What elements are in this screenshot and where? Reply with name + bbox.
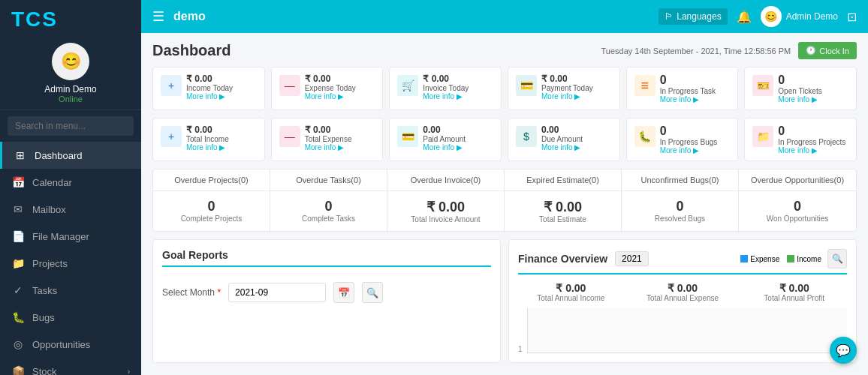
sidebar-item-mailbox[interactable]: ✉ Mailbox (0, 196, 141, 223)
in-progress-projects-icon: 📁 (752, 126, 773, 147)
total-expense-more[interactable]: More info ▶ (305, 143, 352, 152)
overdue-tasks-header: Overdue Tasks(0) (270, 170, 387, 190)
total-expense-amount: ₹ 0.00 (305, 124, 352, 135)
total-invoice-amount: ₹ 0.00 Total Invoice Amount (387, 191, 505, 231)
sidebar-search-container (0, 110, 141, 142)
payment-today-amount: ₹ 0.00 (541, 74, 593, 84)
menu-icon[interactable]: ☰ (152, 8, 164, 25)
clock-btn-label: Clock In (819, 46, 849, 56)
invoice-today-icon: 🛒 (397, 75, 418, 96)
total-expense-label: Total Expense (305, 135, 352, 143)
sidebar-logo: TCS (0, 0, 141, 35)
header-right: Tuesday 14th September - 2021, Time 12:5… (601, 42, 857, 59)
overdue-opportunities-header: Overdue Opportunities(0) (739, 170, 856, 190)
search-input[interactable] (8, 116, 134, 136)
sidebar-item-label: File Manager (32, 231, 89, 242)
select-month-input[interactable] (228, 283, 326, 302)
avatar: 😊 (52, 43, 89, 80)
languages-button[interactable]: 🏳 Languages (659, 8, 727, 25)
sidebar-item-tasks[interactable]: ✓ Tasks (0, 277, 141, 304)
paid-amount-more[interactable]: More info ▶ (423, 143, 466, 152)
in-progress-bugs-icon: 🐛 (634, 126, 656, 147)
income-today-more[interactable]: More info ▶ (186, 92, 233, 100)
in-progress-projects-more[interactable]: More info ▶ (778, 146, 845, 154)
sidebar-item-opportunities[interactable]: ◎ Opportunities (0, 331, 141, 358)
summary-values: 0 Complete Projects 0 Complete Tasks ₹ 0… (153, 191, 856, 231)
chevron-right-icon: › (128, 368, 130, 376)
unconfirmed-bugs-header: Unconfirmed Bugs(0) (622, 170, 739, 190)
sidebar-nav: ⊞ Dashboard 📅 Calendar ✉ Mailbox 📄 File … (0, 142, 141, 375)
expense-today-more[interactable]: More info ▶ (305, 92, 356, 100)
stat-card-total-income: + ₹ 0.00 Total Income More info ▶ (152, 118, 265, 161)
total-annual-profit-value: ₹ 0.00 (741, 282, 847, 294)
sidebar: TCS 😊 Admin Demo Online ⊞ Dashboard 📅 Ca… (0, 0, 141, 375)
summary-row: Overdue Projects(0) Overdue Tasks(0) Ove… (152, 169, 857, 232)
invoice-today-more[interactable]: More info ▶ (423, 92, 469, 100)
paid-amount-value: 0.00 (423, 124, 466, 135)
total-annual-expense-value: ₹ 0.00 (630, 282, 736, 294)
in-progress-task-more[interactable]: More info ▶ (660, 95, 716, 104)
open-tickets-more[interactable]: More info ▶ (778, 95, 821, 104)
expand-icon[interactable]: ⊡ (847, 10, 857, 24)
paid-amount-label: Paid Amount (423, 135, 466, 143)
stat-card-total-expense: — ₹ 0.00 Total Expense More info ▶ (271, 118, 384, 161)
finance-overview-header: Finance Overview 2021 Expense Income (518, 249, 847, 274)
topbar-title: demo (173, 10, 659, 23)
overdue-invoice-header: Overdue Invoice(0) (387, 170, 505, 190)
due-amount-label: Due Amount (541, 135, 583, 143)
total-estimate: ₹ 0.00 Total Estimate (505, 191, 622, 231)
finance-chart (527, 308, 847, 353)
opportunities-icon: ◎ (11, 338, 25, 350)
stat-card-expense-today: — ₹ 0.00 Expense Today More info ▶ (271, 67, 384, 110)
total-income-icon: + (161, 126, 182, 147)
goal-reports-header: Goal Reports (162, 249, 491, 267)
finance-overview-panel: Finance Overview 2021 Expense Income (508, 239, 857, 363)
open-tickets-label: Open Tickets (778, 87, 821, 95)
sidebar-item-label: Bugs (32, 312, 55, 323)
finance-year: 2021 (615, 251, 649, 266)
total-income-more[interactable]: More info ▶ (186, 143, 229, 152)
in-progress-task-label: In Progress Task (660, 87, 716, 95)
total-annual-expense-stat: ₹ 0.00 Total Annual Expense (630, 282, 736, 302)
summary-header: Overdue Projects(0) Overdue Tasks(0) Ove… (153, 170, 856, 191)
finance-stats: ₹ 0.00 Total Annual Income ₹ 0.00 Total … (518, 282, 847, 302)
stat-card-income-today: + ₹ 0.00 Income Today More info ▶ (152, 67, 265, 110)
sidebar-item-stock[interactable]: 📦 Stock › (0, 358, 141, 375)
flag-icon: 🏳 (665, 11, 674, 22)
sidebar-item-file-manager[interactable]: 📄 File Manager (0, 223, 141, 250)
sidebar-item-bugs[interactable]: 🐛 Bugs (0, 304, 141, 331)
clock-icon: 🕐 (806, 46, 816, 56)
user-menu[interactable]: 😊 Admin Demo (761, 6, 838, 27)
income-legend-dot (787, 255, 794, 262)
bottom-panels: Goal Reports Select Month * 📅 🔍 Finance … (152, 239, 857, 363)
payment-today-label: Payment Today (541, 84, 593, 92)
payment-today-more[interactable]: More info ▶ (541, 92, 593, 100)
finance-search-button[interactable]: 🔍 (827, 249, 847, 268)
page-title: Dashboard (152, 42, 231, 59)
income-legend-label: Income (797, 255, 821, 263)
calendar-picker-button[interactable]: 📅 (333, 282, 354, 303)
select-month-row: Select Month * 📅 🔍 (162, 274, 491, 310)
sidebar-item-projects[interactable]: 📁 Projects (0, 250, 141, 277)
sidebar-item-calendar[interactable]: 📅 Calendar (0, 169, 141, 196)
open-tickets-count: 0 (778, 74, 821, 87)
in-progress-bugs-more[interactable]: More info ▶ (660, 146, 718, 154)
sidebar-item-label: Opportunities (32, 339, 90, 350)
bell-icon[interactable]: 🔔 (737, 10, 752, 24)
chat-button[interactable]: 💬 (830, 337, 857, 364)
total-annual-profit-label: Total Annual Profit (741, 294, 847, 302)
due-amount-icon: $ (516, 126, 537, 147)
due-amount-more[interactable]: More info ▶ (541, 143, 583, 152)
stock-icon: 📦 (11, 365, 25, 375)
in-progress-bugs-count: 0 (660, 124, 718, 138)
search-month-button[interactable]: 🔍 (362, 282, 383, 303)
clock-in-button[interactable]: 🕐 Clock In (798, 42, 857, 59)
sidebar-item-dashboard[interactable]: ⊞ Dashboard (0, 142, 141, 169)
total-annual-income-value: ₹ 0.00 (518, 282, 624, 294)
content-header: Dashboard Tuesday 14th September - 2021,… (152, 42, 857, 59)
user-name: Admin Demo (786, 11, 838, 22)
income-legend: Income (787, 255, 821, 263)
main-content: ☰ demo 🏳 Languages 🔔 😊 Admin Demo ⊡ Dash… (141, 0, 868, 375)
sidebar-item-label: Mailbox (32, 204, 66, 215)
expired-estimate-header: Expired Estimate(0) (505, 170, 622, 190)
